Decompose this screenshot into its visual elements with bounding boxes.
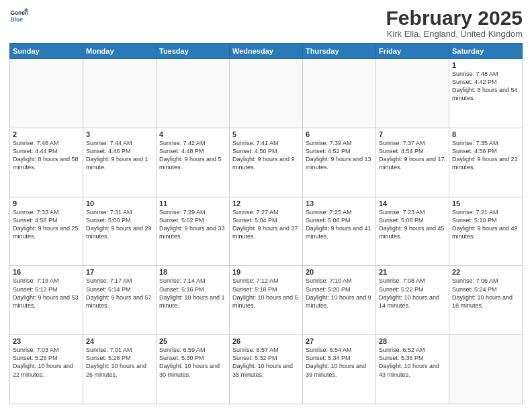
table-row <box>449 335 523 404</box>
day-info: Sunrise: 7:01 AM Sunset: 5:28 PM Dayligh… <box>86 346 153 379</box>
logo-icon: General Blue <box>9 7 28 26</box>
col-sunday: Sunday <box>10 44 83 59</box>
calendar-week-row: 16Sunrise: 7:19 AM Sunset: 5:12 PM Dayli… <box>10 266 523 335</box>
day-info: Sunrise: 7:17 AM Sunset: 5:14 PM Dayligh… <box>86 277 153 310</box>
table-row: 7Sunrise: 7:37 AM Sunset: 4:54 PM Daylig… <box>376 128 449 197</box>
day-number: 20 <box>306 268 373 276</box>
calendar-week-row: 9Sunrise: 7:33 AM Sunset: 4:58 PM Daylig… <box>10 197 523 266</box>
table-row: 11Sunrise: 7:29 AM Sunset: 5:02 PM Dayli… <box>157 197 230 266</box>
table-row: 21Sunrise: 7:08 AM Sunset: 5:22 PM Dayli… <box>376 266 449 335</box>
table-row: 5Sunrise: 7:41 AM Sunset: 4:50 PM Daylig… <box>230 128 303 197</box>
day-number: 15 <box>452 199 519 208</box>
table-row <box>376 59 449 128</box>
day-info: Sunrise: 7:21 AM Sunset: 5:10 PM Dayligh… <box>452 208 519 241</box>
calendar-week-row: 1Sunrise: 7:48 AM Sunset: 4:42 PM Daylig… <box>10 59 523 128</box>
calendar-header-row: Sunday Monday Tuesday Wednesday Thursday… <box>10 44 523 59</box>
table-row: 2Sunrise: 7:46 AM Sunset: 4:44 PM Daylig… <box>10 128 83 197</box>
day-number: 6 <box>306 130 373 138</box>
day-info: Sunrise: 7:12 AM Sunset: 5:18 PM Dayligh… <box>232 277 300 310</box>
table-row: 17Sunrise: 7:17 AM Sunset: 5:14 PM Dayli… <box>83 266 157 335</box>
table-row: 15Sunrise: 7:21 AM Sunset: 5:10 PM Dayli… <box>449 197 523 266</box>
day-number: 21 <box>379 268 446 276</box>
table-row: 25Sunrise: 6:59 AM Sunset: 5:30 PM Dayli… <box>157 335 230 404</box>
day-info: Sunrise: 7:19 AM Sunset: 5:12 PM Dayligh… <box>13 277 80 310</box>
day-number: 11 <box>159 199 226 208</box>
day-info: Sunrise: 7:35 AM Sunset: 4:56 PM Dayligh… <box>452 139 519 172</box>
svg-text:Blue: Blue <box>11 16 24 23</box>
header: General Blue February 2025 Kirk Ella, En… <box>9 7 523 39</box>
table-row: 18Sunrise: 7:14 AM Sunset: 5:16 PM Dayli… <box>157 266 230 335</box>
header-right: February 2025 Kirk Ella, England, United… <box>386 7 523 39</box>
table-row <box>10 59 83 128</box>
day-number: 4 <box>159 130 226 138</box>
col-thursday: Thursday <box>303 44 376 59</box>
day-info: Sunrise: 7:31 AM Sunset: 5:00 PM Dayligh… <box>86 208 153 241</box>
day-info: Sunrise: 6:57 AM Sunset: 5:32 PM Dayligh… <box>232 346 300 379</box>
day-number: 14 <box>379 199 446 208</box>
day-info: Sunrise: 7:27 AM Sunset: 5:04 PM Dayligh… <box>232 208 300 241</box>
table-row: 22Sunrise: 7:06 AM Sunset: 5:24 PM Dayli… <box>449 266 523 335</box>
calendar: Sunday Monday Tuesday Wednesday Thursday… <box>9 43 523 404</box>
day-info: Sunrise: 7:41 AM Sunset: 4:50 PM Dayligh… <box>232 139 300 172</box>
table-row: 14Sunrise: 7:23 AM Sunset: 5:08 PM Dayli… <box>376 197 449 266</box>
table-row: 10Sunrise: 7:31 AM Sunset: 5:00 PM Dayli… <box>83 197 157 266</box>
day-info: Sunrise: 7:39 AM Sunset: 4:52 PM Dayligh… <box>306 139 373 172</box>
day-info: Sunrise: 7:48 AM Sunset: 4:42 PM Dayligh… <box>452 70 519 103</box>
table-row: 19Sunrise: 7:12 AM Sunset: 5:18 PM Dayli… <box>230 266 303 335</box>
day-info: Sunrise: 7:25 AM Sunset: 5:06 PM Dayligh… <box>306 208 373 241</box>
day-info: Sunrise: 6:52 AM Sunset: 5:36 PM Dayligh… <box>379 346 446 379</box>
day-number: 18 <box>159 268 226 276</box>
table-row: 24Sunrise: 7:01 AM Sunset: 5:28 PM Dayli… <box>83 335 157 404</box>
day-info: Sunrise: 7:23 AM Sunset: 5:08 PM Dayligh… <box>379 208 446 241</box>
day-number: 22 <box>452 268 519 276</box>
day-number: 28 <box>379 337 446 345</box>
day-number: 9 <box>13 199 80 208</box>
day-number: 3 <box>86 130 153 138</box>
day-number: 7 <box>379 130 446 138</box>
day-number: 25 <box>159 337 226 345</box>
day-info: Sunrise: 7:33 AM Sunset: 4:58 PM Dayligh… <box>13 208 80 241</box>
day-number: 24 <box>86 337 153 345</box>
col-monday: Monday <box>83 44 157 59</box>
page: General Blue February 2025 Kirk Ella, En… <box>0 0 532 411</box>
day-info: Sunrise: 7:03 AM Sunset: 5:26 PM Dayligh… <box>13 346 80 379</box>
day-info: Sunrise: 7:42 AM Sunset: 4:48 PM Dayligh… <box>159 139 226 172</box>
day-info: Sunrise: 7:06 AM Sunset: 5:24 PM Dayligh… <box>452 277 519 310</box>
table-row: 8Sunrise: 7:35 AM Sunset: 4:56 PM Daylig… <box>449 128 523 197</box>
day-number: 27 <box>306 337 373 345</box>
day-info: Sunrise: 7:29 AM Sunset: 5:02 PM Dayligh… <box>159 208 226 241</box>
table-row: 16Sunrise: 7:19 AM Sunset: 5:12 PM Dayli… <box>10 266 83 335</box>
day-number: 12 <box>232 199 300 208</box>
logo: General Blue <box>9 7 28 26</box>
col-tuesday: Tuesday <box>157 44 230 59</box>
day-info: Sunrise: 7:46 AM Sunset: 4:44 PM Dayligh… <box>13 139 80 172</box>
day-info: Sunrise: 6:59 AM Sunset: 5:30 PM Dayligh… <box>159 346 226 379</box>
day-info: Sunrise: 7:44 AM Sunset: 4:46 PM Dayligh… <box>86 139 153 172</box>
day-number: 17 <box>86 268 153 276</box>
day-number: 13 <box>306 199 373 208</box>
day-info: Sunrise: 7:10 AM Sunset: 5:20 PM Dayligh… <box>306 277 373 310</box>
table-row: 26Sunrise: 6:57 AM Sunset: 5:32 PM Dayli… <box>230 335 303 404</box>
day-number: 10 <box>86 199 153 208</box>
table-row: 20Sunrise: 7:10 AM Sunset: 5:20 PM Dayli… <box>303 266 376 335</box>
table-row: 28Sunrise: 6:52 AM Sunset: 5:36 PM Dayli… <box>376 335 449 404</box>
col-wednesday: Wednesday <box>230 44 303 59</box>
day-number: 26 <box>232 337 300 345</box>
calendar-week-row: 2Sunrise: 7:46 AM Sunset: 4:44 PM Daylig… <box>10 128 523 197</box>
col-saturday: Saturday <box>449 44 523 59</box>
day-number: 19 <box>232 268 300 276</box>
day-number: 2 <box>13 130 80 138</box>
day-info: Sunrise: 6:54 AM Sunset: 5:34 PM Dayligh… <box>306 346 373 379</box>
day-number: 23 <box>13 337 80 345</box>
day-number: 8 <box>452 130 519 138</box>
table-row: 23Sunrise: 7:03 AM Sunset: 5:26 PM Dayli… <box>10 335 83 404</box>
table-row: 27Sunrise: 6:54 AM Sunset: 5:34 PM Dayli… <box>303 335 376 404</box>
table-row <box>230 59 303 128</box>
table-row <box>157 59 230 128</box>
table-row: 3Sunrise: 7:44 AM Sunset: 4:46 PM Daylig… <box>83 128 157 197</box>
calendar-week-row: 23Sunrise: 7:03 AM Sunset: 5:26 PM Dayli… <box>10 335 523 404</box>
table-row: 13Sunrise: 7:25 AM Sunset: 5:06 PM Dayli… <box>303 197 376 266</box>
col-friday: Friday <box>376 44 449 59</box>
table-row: 9Sunrise: 7:33 AM Sunset: 4:58 PM Daylig… <box>10 197 83 266</box>
month-title: February 2025 <box>386 7 523 29</box>
